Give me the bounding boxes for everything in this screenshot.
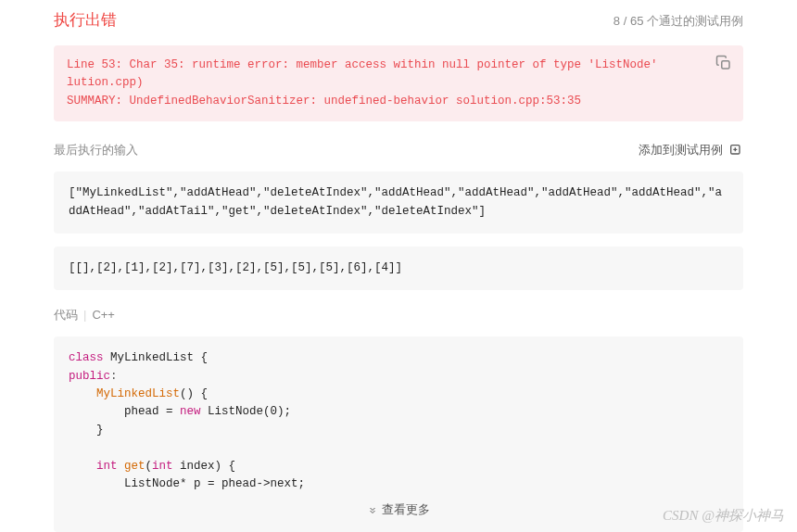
error-message: Line 53: Char 35: runtime error: member …	[67, 57, 730, 110]
add-to-testcase-label: 添加到测试用例	[639, 142, 723, 158]
add-to-testcase-button[interactable]: 添加到测试用例	[639, 142, 743, 158]
show-more-button[interactable]: 查看更多	[69, 493, 728, 531]
watermark: CSDN @神探小神马	[663, 507, 784, 525]
add-testcase-icon	[728, 143, 743, 158]
error-panel: Line 53: Char 35: runtime error: member …	[54, 45, 743, 121]
chevron-down-icon	[367, 506, 378, 517]
show-more-label: 查看更多	[382, 502, 430, 520]
result-header: 执行出错 8 / 65 个通过的测试用例	[54, 0, 743, 45]
total-count: 65	[630, 14, 643, 28]
error-title: 执行出错	[54, 9, 117, 31]
last-input-label: 最后执行的输入	[54, 142, 138, 158]
code-language: C++	[92, 308, 115, 322]
input-box-commands: ["MyLinkedList","addAtHead","deleteAtInd…	[54, 171, 743, 234]
passed-suffix: 个通过的测试用例	[643, 14, 743, 28]
last-input-header: 最后执行的输入 添加到测试用例	[54, 142, 743, 158]
svg-rect-0	[722, 61, 729, 69]
code-label-text: 代码	[54, 308, 78, 322]
testcases-passed: 8 / 65 个通过的测试用例	[614, 13, 743, 30]
copy-icon[interactable]	[715, 55, 732, 71]
passed-count: 8	[614, 14, 620, 28]
code-content: class MyLinkedList { public: MyLinkedLis…	[69, 349, 728, 493]
code-section-label: 代码|C++	[54, 307, 743, 323]
input-box-args: [[],[2],[1],[2],[7],[3],[2],[5],[5],[5],…	[54, 247, 743, 290]
code-panel: class MyLinkedList { public: MyLinkedLis…	[54, 336, 743, 531]
